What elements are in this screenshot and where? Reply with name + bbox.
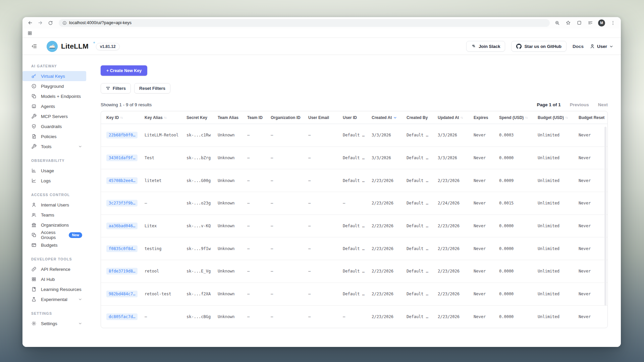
sidebar-item-experimental[interactable]: Experimental <box>22 294 87 304</box>
cell-updated-at: 2/23/2026 <box>438 292 474 296</box>
site-info-icon[interactable] <box>62 21 67 25</box>
filters-button[interactable]: Filters <box>101 83 131 94</box>
key-id-link[interactable]: f0835c0f8d… <box>106 245 138 252</box>
sort-icon[interactable]: ↑↓ <box>461 116 463 119</box>
sidebar-item-internal-users[interactable]: Internal Users <box>22 200 87 210</box>
key-id-link[interactable]: 22b68fb0f0… <box>106 132 138 138</box>
sidebar-item-settings[interactable]: Settings <box>22 318 87 328</box>
sidebar-item-label: Budgets <box>41 243 58 248</box>
column-header-updated-at[interactable]: Updated At↑↓ <box>438 115 474 120</box>
apps-grid-icon[interactable] <box>27 30 33 36</box>
sort-icon[interactable]: ↑↓ <box>525 116 528 119</box>
cell-key-alias: testing <box>145 246 186 251</box>
cell-user-email: – <box>308 201 343 205</box>
key-id-link[interactable]: 8fde3719d8… <box>106 268 138 275</box>
column-header-created-at[interactable]: Created At <box>372 115 407 120</box>
reset-filters-button[interactable]: Reset Filters <box>134 83 170 94</box>
user-icon <box>590 44 595 49</box>
column-header-key-id[interactable]: Key ID↑↓ <box>106 115 145 120</box>
sidebar-item-usage[interactable]: Usage <box>22 166 87 176</box>
cell-user-id: Default … <box>343 224 372 228</box>
sidebar-item-logs[interactable]: Logs <box>22 176 87 186</box>
url-bar[interactable]: localhost:4000/ui/?page=api-keys <box>59 19 550 27</box>
create-new-key-button[interactable]: + Create New Key <box>101 65 147 76</box>
bookmark-star-icon[interactable] <box>565 19 572 26</box>
version-badge: v1.81.12 <box>96 43 120 50</box>
sidebar-item-organizations[interactable]: Organizations <box>22 220 87 230</box>
sidebar-item-guardrails[interactable]: Guardrails <box>22 121 87 131</box>
join-slack-button[interactable]: Join Slack <box>466 41 505 52</box>
copy-icon <box>31 232 37 238</box>
reload-button[interactable] <box>46 18 55 27</box>
sidebar-item-mcp-servers[interactable]: MCP Servers <box>22 111 87 121</box>
key-id-link[interactable]: aa36bad046… <box>106 223 138 229</box>
sidebar-item-api-reference[interactable]: API Reference <box>22 264 87 274</box>
url-text: localhost:4000/ui/?page=api-keys <box>69 20 131 25</box>
sort-desc-icon[interactable] <box>393 116 397 120</box>
cell-spend-usd: 0.0015 <box>499 201 538 205</box>
browser-menu-icon[interactable] <box>609 19 616 26</box>
column-header-expires: Expires <box>474 115 499 120</box>
cell-created-at: 2/23/2026 <box>372 178 407 183</box>
zoom-icon[interactable] <box>554 19 560 26</box>
chevron-down-icon <box>609 44 613 49</box>
litellm-logo[interactable] <box>47 41 58 52</box>
cell-created-at: 3/3/2026 <box>372 133 407 137</box>
side-panel-icon[interactable] <box>587 19 594 26</box>
sidebar-section-observability: OBSERVABILITY <box>31 159 87 163</box>
sidebar-item-teams[interactable]: Teams <box>22 210 87 220</box>
column-label: Created By <box>407 115 428 120</box>
cell-spend-usd: 0.0000 <box>499 246 538 251</box>
cell-secret-key: sk-...c1Rw <box>186 133 218 137</box>
back-button[interactable] <box>26 18 35 27</box>
sidebar-item-tools[interactable]: Tools <box>22 141 87 152</box>
forward-button[interactable] <box>36 18 45 27</box>
column-header-budget-usd[interactable]: Budget (USD)↑↓ <box>538 115 579 120</box>
sidebar-item-ai-hub[interactable]: AI Hub <box>22 274 87 284</box>
cell-created-by: Default … <box>407 133 438 137</box>
key-id-link[interactable]: 982bd484c7… <box>106 291 138 297</box>
cell-team-id: – <box>247 269 271 274</box>
star-github-button[interactable]: Star us on GitHub <box>511 41 567 52</box>
sidebar-collapse-icon[interactable] <box>31 43 37 49</box>
cell-created-by: Default … <box>407 224 438 228</box>
sort-icon[interactable]: ↑↓ <box>120 116 123 119</box>
key-id-link[interactable]: dc805fac7d… <box>106 313 138 320</box>
column-header-key-alias[interactable]: Key Alias↑↓ <box>145 115 186 120</box>
sidebar-section-developer-tools: DEVELOPER TOOLS <box>31 257 87 261</box>
next-button[interactable]: Next <box>598 102 608 107</box>
cell-user-id: Default … <box>343 156 372 160</box>
cell-expires: Never <box>474 269 499 274</box>
user-menu[interactable]: User <box>590 44 613 49</box>
table-scrollbar[interactable] <box>604 127 606 306</box>
chevron-down-icon <box>78 321 82 325</box>
sidebar-item-access-groups[interactable]: Access GroupsNew <box>22 230 87 240</box>
sort-icon[interactable]: ↑↓ <box>565 116 568 119</box>
sort-icon[interactable]: ↑↓ <box>164 116 167 119</box>
sidebar-item-playground[interactable]: Playground <box>22 81 87 91</box>
teams-icon <box>31 212 37 218</box>
sidebar-item-models-endpoints[interactable]: Models + Endpoints <box>22 91 87 101</box>
table-row: dc805fac7d…–sk-...cBGgUnknown––––2/23/20… <box>101 306 607 328</box>
sidebar-section-settings: SETTINGS <box>31 311 87 315</box>
key-id-link[interactable]: 3c273f3f9b… <box>106 200 138 206</box>
browser-profile-avatar[interactable]: M <box>598 19 605 26</box>
sidebar-item-budgets[interactable]: Budgets <box>22 240 87 250</box>
cell-user-id: Default … <box>343 292 372 296</box>
extensions-icon[interactable] <box>576 19 583 26</box>
sidebar-item-learning-resources[interactable]: Learning Resources <box>22 284 87 294</box>
cell-expires: Never <box>474 178 499 183</box>
wallet-icon <box>31 242 37 248</box>
cell-secret-key: sk-...E_Vg <box>186 269 218 274</box>
sidebar-item-agents[interactable]: Agents <box>22 101 87 111</box>
sidebar-item-virtual-keys[interactable]: Virtual Keys <box>22 71 86 81</box>
cell-budget-usd: Unlimited <box>538 224 579 228</box>
docs-link[interactable]: Docs <box>573 44 584 49</box>
key-id-link[interactable]: 34301daf9f… <box>106 155 138 161</box>
cell-user-id: Default … <box>343 269 372 274</box>
sidebar-item-policies[interactable]: Policies <box>22 131 87 141</box>
key-id-link[interactable]: 45708b2ee4… <box>106 177 138 184</box>
previous-button[interactable]: Previous <box>570 102 589 107</box>
column-header-spend-usd[interactable]: Spend (USD)↑↓ <box>499 115 538 120</box>
cell-key-alias: retool-test <box>145 292 186 296</box>
